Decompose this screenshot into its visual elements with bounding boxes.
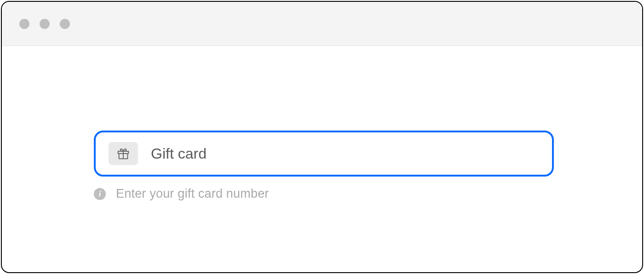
info-icon-glyph: i (99, 190, 101, 198)
app-window: i Enter your gift card number (1, 1, 643, 273)
window-close-button[interactable] (19, 19, 29, 29)
window-titlebar (2, 2, 642, 46)
gift-icon (116, 147, 130, 160)
gift-card-input-wrapper[interactable] (94, 131, 554, 177)
helper-row: i Enter your gift card number (94, 187, 269, 201)
gift-card-icon-chip (109, 142, 138, 165)
gift-card-input[interactable] (138, 132, 552, 175)
content-area: i Enter your gift card number (2, 46, 642, 272)
window-maximize-button[interactable] (60, 19, 70, 29)
helper-text: Enter your gift card number (116, 187, 269, 201)
window-minimize-button[interactable] (40, 19, 50, 29)
info-icon: i (94, 188, 106, 200)
